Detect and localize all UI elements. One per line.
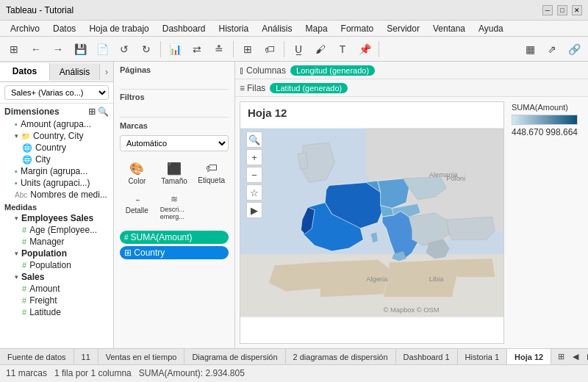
columns-shelf: ⫿ Columnas Longitud (generado) xyxy=(235,62,588,79)
menu-datos[interactable]: Datos xyxy=(47,22,82,35)
tab-diagrama[interactable]: Diagrama de dispersión xyxy=(184,349,285,365)
group-population-label: Population xyxy=(21,248,67,259)
menu-mapa[interactable]: Mapa xyxy=(300,22,334,35)
save-button[interactable]: 💾 xyxy=(71,40,90,59)
legend-values: 448.670 998.664 xyxy=(512,127,578,137)
detail-cell[interactable]: ··· Detalle xyxy=(120,191,154,223)
tab-fuente-datos[interactable]: Fuente de datos xyxy=(0,349,74,365)
dim-country-city[interactable]: ▾ 📁 Country, City xyxy=(0,130,113,142)
menu-servidor[interactable]: Servidor xyxy=(381,22,426,35)
size-cell[interactable]: ⬛ Tamaño xyxy=(157,159,192,188)
menu-ayuda[interactable]: Ayuda xyxy=(473,22,509,35)
menu-archivo[interactable]: Archivo xyxy=(4,22,46,35)
tab-2diagramas[interactable]: 2 diagramas de dispersión xyxy=(286,349,396,365)
country-pill[interactable]: ⊞ Country xyxy=(120,246,229,259)
menu-hoja[interactable]: Hoja de trabajo xyxy=(83,22,154,35)
datasource-select[interactable]: Sales+ (Varias co...) xyxy=(4,85,109,100)
underline-icon[interactable]: U̲ xyxy=(289,40,308,59)
marks-type-select[interactable]: Automático xyxy=(121,136,228,151)
pin-map-button[interactable]: ☆ xyxy=(246,184,262,201)
row-pill[interactable]: Latitud (generado) xyxy=(270,83,348,93)
menu-historia[interactable]: Historia xyxy=(212,22,254,35)
grid2-icon[interactable]: ⊞ xyxy=(88,107,96,117)
measure-freight-label: Freight xyxy=(29,295,57,306)
group-icon[interactable]: ⊞ xyxy=(238,40,257,59)
dim-city[interactable]: 🌐 City xyxy=(0,154,113,165)
group-sales[interactable]: ▾ Sales xyxy=(0,271,113,283)
measure-manager[interactable]: # Manager xyxy=(0,236,113,248)
medidas-title: Medidas xyxy=(0,201,113,212)
undo-icon[interactable]: ↺ xyxy=(115,40,134,59)
group-employees-label: Employees Sales xyxy=(21,213,93,223)
scroll-right-button[interactable]: ▶ xyxy=(584,350,588,364)
text-icon[interactable]: T xyxy=(333,40,352,59)
hash-icon3: # xyxy=(22,261,26,270)
new-button[interactable]: 📄 xyxy=(93,40,112,59)
tab-11[interactable]: 11 xyxy=(74,349,98,365)
measure-age[interactable]: # Age (Employee... xyxy=(0,224,113,236)
close-button[interactable]: ✕ xyxy=(572,5,582,15)
play-button[interactable]: ▶ xyxy=(246,202,262,218)
globe-icon2: 🌐 xyxy=(22,155,32,165)
rows-icon: ≡ xyxy=(240,83,245,93)
size-label: Tamaño xyxy=(161,177,187,185)
menu-analisis[interactable]: Análisis xyxy=(256,22,298,35)
group-population[interactable]: ▾ Population xyxy=(0,248,113,259)
tab-ventas[interactable]: Ventas en el tiempo xyxy=(98,349,185,365)
marks-type-box[interactable]: Automático xyxy=(120,135,229,151)
new-sheet-button[interactable]: ⊞ xyxy=(554,350,567,364)
back-button[interactable]: ← xyxy=(26,40,46,59)
col-pill[interactable]: Longitud (generado) xyxy=(290,65,375,76)
minimize-button[interactable]: ─ xyxy=(542,5,553,15)
tooltip-cell[interactable]: ≋ Descri... emerg... xyxy=(157,191,192,223)
tab-datos[interactable]: Datos xyxy=(0,63,50,81)
menu-formato[interactable]: Formato xyxy=(335,22,380,35)
menu-dashboard[interactable]: Dashboard xyxy=(157,22,212,35)
publish-icon[interactable]: 🔗 xyxy=(564,40,584,59)
share-icon[interactable]: ⇗ xyxy=(542,40,562,59)
zoom-out-button[interactable]: − xyxy=(246,167,262,183)
forward-button[interactable]: → xyxy=(49,40,68,59)
dim-units-label: Units (agrupaci...) xyxy=(21,178,90,188)
dim-nombres[interactable]: Abc Nombres de medi... xyxy=(0,189,113,201)
redo-icon[interactable]: ↻ xyxy=(137,40,156,59)
maximize-button[interactable]: □ xyxy=(557,5,567,15)
present-icon[interactable]: ▦ xyxy=(520,40,539,59)
menu-ventana[interactable]: Ventana xyxy=(427,22,471,35)
toolbar-separator2 xyxy=(233,41,234,57)
dim-units[interactable]: ▪ Units (agrupaci...) xyxy=(0,177,113,189)
tab-hoja12[interactable]: Hoja 12 xyxy=(507,349,551,365)
tab-dashboard1[interactable]: Dashboard 1 xyxy=(396,349,458,365)
dim-country[interactable]: 🌐 Country xyxy=(0,142,113,154)
swap-icon[interactable]: ⇄ xyxy=(187,40,207,59)
tooltip-label: Descri... emerg... xyxy=(160,206,189,220)
chart-icon[interactable]: 📊 xyxy=(165,40,184,59)
tab-historia1[interactable]: Historia 1 xyxy=(458,349,507,365)
grid-icon[interactable]: ⊞ xyxy=(4,40,24,59)
measure-latitude[interactable]: # Latitude xyxy=(0,306,113,318)
color-cell[interactable]: 🎨 Color xyxy=(120,159,154,188)
search-map-button[interactable]: 🔍 xyxy=(246,131,262,148)
libya-label: Libia xyxy=(429,275,445,283)
scroll-left-button[interactable]: ◀ xyxy=(569,350,582,364)
pin-icon[interactable]: 📌 xyxy=(355,40,374,59)
label-icon[interactable]: 🏷 xyxy=(260,40,279,59)
tab-analisis[interactable]: Análisis xyxy=(50,64,100,80)
measure-freight[interactable]: # Freight xyxy=(0,295,113,306)
label-cell[interactable]: 🏷 Etiqueta xyxy=(194,159,229,188)
measure-amount[interactable]: # Amount xyxy=(0,283,113,295)
search-icon[interactable]: 🔍 xyxy=(98,107,109,117)
zoom-in-button[interactable]: + xyxy=(246,149,262,165)
brush-icon[interactable]: 🖌 xyxy=(311,40,330,59)
content-area: Datos Análisis › Sales+ (Varias co...) D… xyxy=(0,62,588,348)
amount-pill[interactable]: # SUMA(Amount) xyxy=(120,231,229,244)
dim-margin[interactable]: ▪ Margin (agrupa... xyxy=(0,165,113,177)
sort-icon[interactable]: ≛ xyxy=(209,40,229,59)
panel-arrow[interactable]: › xyxy=(100,67,113,77)
algeria-label: Algeria xyxy=(366,275,388,283)
group-employees[interactable]: ▾ Employees Sales xyxy=(0,212,113,224)
measure-population[interactable]: # Population xyxy=(0,259,113,271)
dim-amount[interactable]: ▪ Amount (agrupa... xyxy=(0,118,113,130)
detail-label: Detalle xyxy=(126,206,148,215)
dim-country-city-label: Country, City xyxy=(33,131,83,141)
